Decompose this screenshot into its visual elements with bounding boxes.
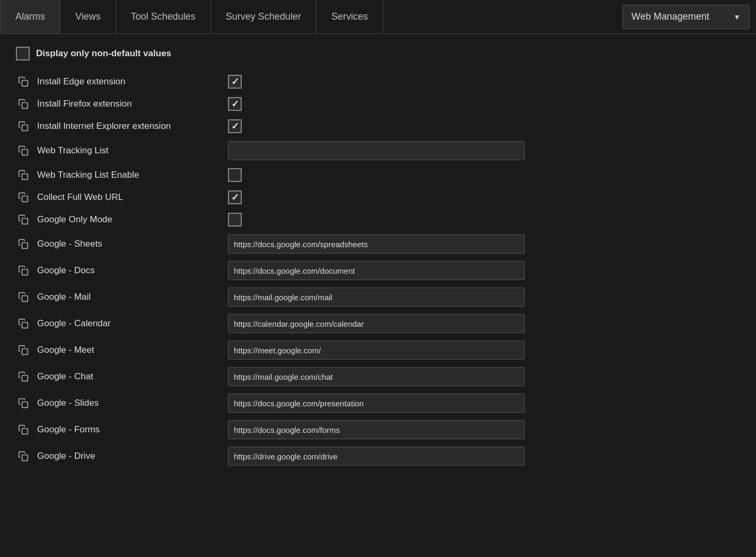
setting-control-google-calendar — [228, 314, 525, 333]
input-google-sheets[interactable] — [228, 234, 525, 254]
svg-rect-12 — [22, 376, 28, 381]
input-google-forms[interactable] — [228, 420, 525, 439]
setting-label-google-mail: Google - Mail — [37, 292, 228, 302]
svg-rect-2 — [22, 125, 28, 131]
setting-label-google-chat: Google - Chat — [37, 371, 228, 382]
display-only-row: Display only non-default values — [16, 47, 740, 60]
setting-control-web-tracking-list-enable — [228, 168, 242, 182]
tab-alarms[interactable]: Alarms — [0, 0, 60, 33]
setting-row-web-tracking-list: Web Tracking List — [16, 138, 740, 163]
input-web-tracking-list[interactable] — [228, 141, 525, 160]
setting-row-install-ie: Install Internet Explorer extension — [16, 116, 740, 137]
setting-label-web-tracking-list: Web Tracking List — [37, 145, 228, 156]
copy-icon-install-firefox[interactable] — [16, 97, 31, 111]
web-management-dropdown[interactable]: Web Management ▼ — [622, 5, 750, 29]
setting-label-web-tracking-list-enable: Web Tracking List Enable — [37, 170, 228, 180]
setting-control-google-drive — [228, 447, 525, 466]
input-google-docs[interactable] — [228, 261, 525, 280]
display-only-label: Display only non-default values — [36, 48, 171, 59]
input-google-drive[interactable] — [228, 447, 525, 466]
svg-rect-15 — [22, 455, 28, 461]
setting-control-install-ie — [228, 119, 242, 133]
tab-views[interactable]: Views — [60, 0, 116, 33]
input-google-meet[interactable] — [228, 341, 525, 360]
copy-icon-web-tracking-list[interactable] — [16, 143, 31, 158]
copy-icon-install-ie[interactable] — [16, 119, 31, 134]
setting-label-install-edge: Install Edge extension — [37, 76, 228, 87]
copy-icon-collect-full-web-url[interactable] — [16, 190, 31, 205]
copy-icon-google-chat[interactable] — [16, 369, 31, 384]
checkbox-install-ie[interactable] — [228, 119, 242, 133]
input-google-calendar[interactable] — [228, 314, 525, 333]
setting-control-install-edge — [228, 75, 242, 89]
svg-rect-11 — [22, 349, 28, 355]
setting-row-install-edge: Install Edge extension — [16, 71, 740, 92]
copy-icon-google-only-mode[interactable] — [16, 212, 31, 227]
display-only-checkbox[interactable] — [16, 47, 30, 60]
setting-label-google-calendar: Google - Calendar — [37, 318, 228, 329]
svg-rect-10 — [22, 323, 28, 328]
setting-label-google-meet: Google - Meet — [37, 345, 228, 355]
setting-row-install-firefox: Install Firefox extension — [16, 93, 740, 115]
setting-label-google-only-mode: Google Only Mode — [37, 214, 228, 225]
setting-control-google-meet — [228, 341, 525, 360]
input-google-chat[interactable] — [228, 367, 525, 386]
setting-control-google-chat — [228, 367, 525, 386]
input-google-mail[interactable] — [228, 288, 525, 307]
setting-label-google-forms: Google - Forms — [37, 424, 228, 435]
setting-row-collect-full-web-url: Collect Full Web URL — [16, 187, 740, 208]
copy-icon-google-forms[interactable] — [16, 422, 31, 437]
setting-label-collect-full-web-url: Collect Full Web URL — [37, 192, 228, 203]
copy-icon-google-drive[interactable] — [16, 449, 31, 464]
copy-icon-google-docs[interactable] — [16, 263, 31, 278]
copy-icon-google-sheets[interactable] — [16, 237, 31, 251]
setting-control-collect-full-web-url — [228, 190, 242, 204]
svg-rect-7 — [22, 243, 28, 249]
checkbox-install-firefox[interactable] — [228, 97, 242, 111]
web-management-label: Web Management — [631, 11, 709, 22]
svg-rect-14 — [22, 429, 28, 434]
setting-row-google-slides: Google - Slides — [16, 390, 740, 416]
svg-rect-1 — [22, 103, 28, 109]
svg-rect-4 — [22, 174, 28, 180]
tab-bar: Alarms Views Tool Schedules Survey Sched… — [0, 0, 756, 34]
setting-label-google-drive: Google - Drive — [37, 451, 228, 462]
svg-rect-9 — [22, 296, 28, 302]
tab-survey-scheduler[interactable]: Survey Scheduler — [211, 0, 317, 33]
copy-icon-google-slides[interactable] — [16, 396, 31, 411]
copy-icon-google-meet[interactable] — [16, 343, 31, 358]
checkbox-collect-full-web-url[interactable] — [228, 190, 242, 204]
setting-label-install-ie: Install Internet Explorer extension — [37, 121, 228, 132]
copy-icon-install-edge[interactable] — [16, 74, 31, 89]
checkbox-google-only-mode[interactable] — [228, 213, 242, 227]
setting-control-google-mail — [228, 288, 525, 307]
setting-control-web-tracking-list — [228, 141, 525, 160]
copy-icon-google-mail[interactable] — [16, 290, 31, 304]
content-area: Display only non-default values Install … — [0, 34, 756, 482]
checkbox-install-edge[interactable] — [228, 75, 242, 89]
settings-list: Install Edge extension Install Firefox e… — [16, 71, 740, 469]
svg-rect-6 — [22, 219, 28, 224]
setting-label-google-slides: Google - Slides — [37, 398, 228, 408]
setting-control-google-forms — [228, 420, 525, 439]
svg-rect-5 — [22, 196, 28, 202]
input-google-slides[interactable] — [228, 394, 525, 413]
copy-icon-web-tracking-list-enable[interactable] — [16, 168, 31, 182]
setting-row-google-calendar: Google - Calendar — [16, 311, 740, 336]
tab-services[interactable]: Services — [317, 0, 383, 33]
setting-row-google-mail: Google - Mail — [16, 284, 740, 310]
setting-row-google-docs: Google - Docs — [16, 258, 740, 283]
svg-rect-8 — [22, 269, 28, 275]
chevron-down-icon: ▼ — [733, 13, 741, 21]
setting-control-google-docs — [228, 261, 525, 280]
setting-control-google-sheets — [228, 234, 525, 254]
tab-tool-schedules[interactable]: Tool Schedules — [116, 0, 211, 33]
copy-icon-google-calendar[interactable] — [16, 316, 31, 331]
setting-row-google-only-mode: Google Only Mode — [16, 209, 740, 230]
setting-label-google-sheets: Google - Sheets — [37, 239, 228, 249]
svg-rect-13 — [22, 402, 28, 408]
svg-rect-3 — [22, 150, 28, 155]
setting-row-google-sheets: Google - Sheets — [16, 231, 740, 257]
checkbox-web-tracking-list-enable[interactable] — [228, 168, 242, 182]
setting-label-install-firefox: Install Firefox extension — [37, 99, 228, 109]
